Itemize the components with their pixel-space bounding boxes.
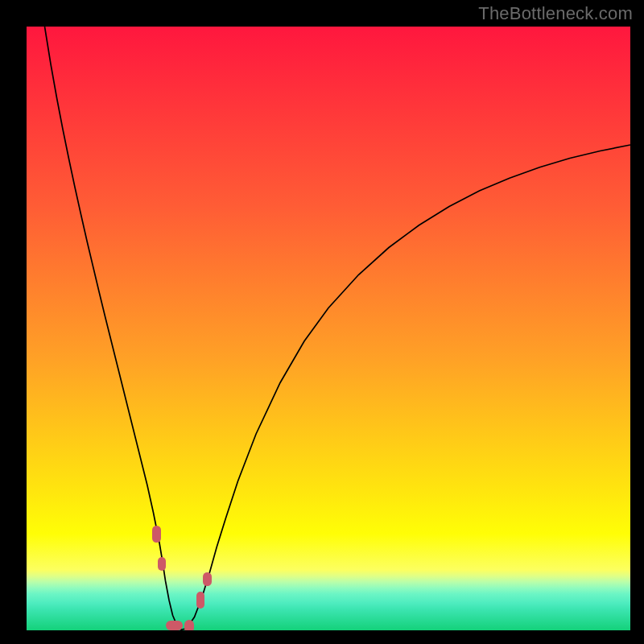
curve-layer bbox=[27, 27, 630, 630]
marker-dot bbox=[166, 621, 183, 630]
chart-frame: TheBottleneck.com bbox=[0, 0, 644, 644]
watermark-text: TheBottleneck.com bbox=[478, 3, 633, 24]
marker-dot bbox=[152, 526, 161, 543]
plot-area bbox=[27, 27, 630, 630]
bottleneck-curve bbox=[45, 27, 631, 630]
marker-dot bbox=[196, 592, 205, 609]
marker-dot bbox=[184, 620, 194, 631]
marker-dot bbox=[203, 572, 212, 586]
marker-dot bbox=[158, 557, 167, 571]
